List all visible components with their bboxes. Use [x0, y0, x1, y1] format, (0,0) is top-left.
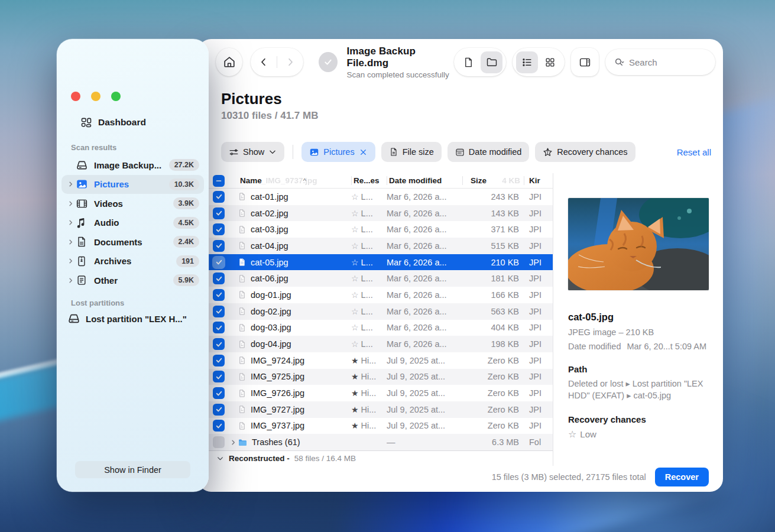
minus-icon — [215, 177, 222, 184]
sidebar-item-pictures[interactable]: Pictures10.3K — [61, 175, 204, 194]
star-icon: ☆ — [351, 209, 359, 218]
row-checkbox[interactable] — [213, 306, 225, 317]
table-row[interactable]: IMG_9725.jpg ★Hi... Jul 9, 2025 at... Ze… — [208, 369, 553, 385]
sidebar-item-image-backup[interactable]: Image Backup...27.2K — [61, 155, 204, 174]
sidebar-item-other[interactable]: Other5.9K — [61, 271, 204, 290]
table-row[interactable]: cat-04.jpg ☆L... Mar 6, 2026 a... 515 KB… — [208, 238, 553, 254]
table-row[interactable]: cat-05.jpg ☆L... Mar 6, 2026 a... 210 KB… — [208, 254, 553, 271]
table-row[interactable]: cat-03.jpg ☆L... Mar 6, 2026 a... 371 KB… — [208, 221, 553, 238]
grid-view-button[interactable] — [539, 51, 561, 73]
row-checkbox[interactable] — [213, 273, 225, 284]
sidebar-item-archives[interactable]: Archives191 — [61, 252, 204, 271]
count-badge: 10.3K — [169, 179, 199, 190]
kind-cell: JPI — [524, 372, 553, 381]
row-checkbox[interactable] — [213, 420, 225, 432]
table-row[interactable]: cat-02.jpg ☆L... Mar 6, 2026 a... 143 KB… — [208, 205, 553, 222]
file-size-filter-chip[interactable]: File size — [381, 142, 442, 162]
file-name: IMG_9737.jpg — [247, 421, 304, 430]
sidebar-item-dashboard[interactable]: Dashboard — [80, 116, 146, 128]
sidebar-item-audio[interactable]: Audio4.5K — [61, 213, 204, 232]
reconstructed-section-header[interactable]: Reconstructed - 58 files / 16.4 MB — [208, 450, 553, 466]
page-subtitle: 10310 files / 41.7 MB — [221, 110, 318, 122]
disclosure-chevron-icon[interactable] — [67, 200, 76, 207]
check-icon — [215, 373, 223, 381]
row-checkbox[interactable] — [213, 436, 225, 448]
recover-button[interactable]: Recover — [655, 468, 709, 486]
sidebar-item-documents[interactable]: Documents2.4K — [61, 232, 204, 251]
table-row[interactable]: IMG_9726.jpg ★Hi... Jul 9, 2025 at... Ze… — [208, 385, 553, 401]
table-row[interactable]: dog-03.jpg ☆L... Mar 6, 2026 a... 404 KB… — [208, 320, 553, 336]
disclosure-chevron-icon[interactable] — [67, 258, 76, 264]
column-header-recovery[interactable]: Re...es — [351, 173, 387, 188]
table-row[interactable]: IMG_9737.jpg ★Hi... Jul 9, 2025 at... Ze… — [208, 418, 553, 434]
file-view-button[interactable] — [458, 51, 479, 73]
search-field[interactable]: Search — [605, 49, 715, 75]
kind-cell: JPI — [524, 356, 553, 365]
recovery-cell: ★Hi... — [351, 356, 387, 365]
show-in-finder-button[interactable]: Show in Finder — [75, 461, 190, 478]
recovery-cell: ☆L... — [351, 258, 387, 267]
recovery-cell: ★Hi... — [351, 388, 387, 398]
table-row[interactable]: dog-04.jpg ☆L... Mar 6, 2026 a... 198 KB… — [208, 336, 553, 352]
home-button[interactable] — [216, 48, 242, 76]
table-row[interactable]: IMG_9724.jpg ★Hi... Jul 9, 2025 at... Ze… — [208, 352, 553, 369]
minimize-window-button[interactable] — [91, 92, 100, 101]
disclosure-chevron-icon[interactable] — [67, 181, 76, 187]
back-button[interactable] — [253, 51, 274, 73]
forward-button[interactable] — [280, 51, 301, 73]
folder-view-button[interactable] — [481, 51, 502, 73]
date-modified-filter-chip[interactable]: Date modified — [448, 142, 529, 162]
close-window-button[interactable] — [71, 92, 80, 101]
pictures-filter-chip[interactable]: Pictures — [301, 142, 375, 162]
column-header-name[interactable]: Name _IMG_9737.jpg ^ — [238, 173, 351, 188]
row-checkbox[interactable] — [213, 207, 225, 219]
show-filter-button[interactable]: Show — [221, 142, 284, 162]
disclosure-chevron-icon[interactable] — [67, 277, 76, 284]
row-checkbox[interactable] — [213, 355, 225, 366]
list-view-button[interactable] — [516, 51, 538, 73]
zoom-window-button[interactable] — [111, 92, 121, 101]
table-row[interactable]: cat-06.jpg ☆L... Mar 6, 2026 a... 181 KB… — [208, 270, 553, 287]
lost-partitions-section-label: Lost partitions — [71, 299, 124, 307]
column-header-date-modified[interactable]: Date modified — [387, 173, 462, 188]
date-modified-cell: Jul 9, 2025 at... — [387, 388, 462, 398]
row-checkbox[interactable] — [213, 371, 225, 382]
disclosure-chevron-icon[interactable] — [67, 239, 76, 245]
column-header-size[interactable]: Size 4 KB — [462, 173, 524, 188]
reset-all-link[interactable]: Reset all — [677, 147, 711, 157]
file-name: dog-01.jpg — [247, 290, 291, 300]
date-modified-cell: Jul 9, 2025 at... — [387, 405, 462, 414]
column-header-kind[interactable]: Kir — [524, 173, 553, 188]
sidebar-window: Dashboard Scan results Image Backup...27… — [57, 39, 209, 492]
row-checkbox[interactable] — [213, 289, 225, 301]
grid-icon — [544, 57, 556, 68]
sidebar-panel-toggle-button[interactable] — [571, 48, 599, 76]
table-row[interactable]: dog-01.jpg ☆L... Mar 6, 2026 a... 166 KB… — [208, 287, 553, 303]
star-icon: ★ — [351, 421, 359, 430]
file-name: Trashes (61) — [248, 437, 300, 447]
row-checkbox[interactable] — [213, 387, 225, 399]
table-row[interactable]: Trashes (61) — 6.3 MB Fol — [208, 434, 553, 450]
check-icon — [215, 226, 223, 233]
disclosure-chevron-icon[interactable] — [67, 219, 76, 226]
preview-fileinfo: JPEG image – 210 KB — [568, 327, 709, 337]
row-checkbox[interactable] — [213, 240, 225, 252]
table-row[interactable]: IMG_9727.jpg ★Hi... Jul 9, 2025 at... Ze… — [208, 401, 553, 418]
size-cell: 515 KB — [462, 241, 524, 251]
kind-cell: JPI — [524, 192, 553, 202]
row-disclosure-icon[interactable] — [228, 439, 238, 446]
select-all-checkbox[interactable] — [213, 175, 225, 187]
table-row[interactable]: dog-02.jpg ☆L... Mar 6, 2026 a... 563 KB… — [208, 303, 553, 320]
row-checkbox[interactable] — [213, 257, 225, 268]
table-row[interactable]: cat-01.jpg ☆L... Mar 6, 2026 a... 243 KB… — [208, 189, 553, 205]
row-checkbox[interactable] — [213, 404, 225, 416]
document-icon — [76, 236, 90, 248]
sidebar-item-videos[interactable]: Videos3.9K — [61, 194, 204, 213]
row-checkbox[interactable] — [213, 322, 225, 333]
row-checkbox[interactable] — [213, 223, 225, 235]
recovery-chances-filter-chip[interactable]: Recovery chances — [535, 142, 635, 162]
row-checkbox[interactable] — [213, 191, 225, 203]
preview-date-value: Mar 6, 20...t 5:09 AM — [627, 342, 706, 351]
row-checkbox[interactable] — [213, 338, 225, 350]
sidebar-item-lost-partition[interactable]: Lost partition "LEX H..." — [67, 312, 202, 325]
